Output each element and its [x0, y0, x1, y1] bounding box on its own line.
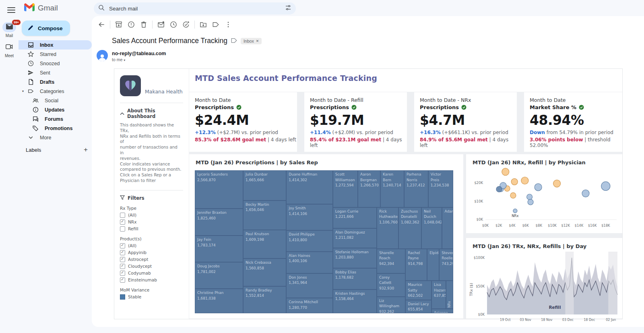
treemap-cell-julia-dunbar[interactable]: Julia Dunbar1,665,666	[243, 170, 286, 201]
checkbox-icon[interactable]	[120, 226, 125, 232]
filter-checkbox-all[interactable]: (All)	[120, 213, 183, 218]
search-icon[interactable]	[98, 4, 105, 13]
checkbox-icon[interactable]	[120, 271, 125, 276]
treemap-cell-alan-dominguez[interactable]: Alan Dominguez1,211,082	[333, 228, 377, 248]
back-icon[interactable]	[97, 21, 105, 29]
rail-item-meet[interactable]: Meet	[0, 42, 19, 58]
scatter-point-nrx[interactable]	[527, 194, 533, 200]
sidebar-item-categories[interactable]: ▾Categories	[19, 87, 92, 96]
treemap-cell-kristen-hastings[interactable]: Kristen Hastings1,158,464	[333, 290, 377, 313]
treemap-cell-alan-haines[interactable]: Alan Haines1,400,106	[286, 252, 333, 273]
gmail-logo[interactable]: Gmail	[24, 3, 58, 13]
treemap-cell-steven-roelle[interactable]: Steven Roelle743,298	[439, 249, 453, 281]
treemap-cell-maurice-satty[interactable]: Maurice Satty662,502	[405, 281, 431, 300]
chip-dismiss-icon[interactable]: ✕	[256, 39, 259, 43]
scatter-point-nrx[interactable]	[582, 190, 589, 197]
sidebar-item-updates[interactable]: Updates	[19, 105, 92, 114]
filter-checkbox-refill[interactable]: Refill	[120, 226, 183, 232]
scatter-point-nrx[interactable]	[528, 199, 533, 205]
treemap-cell-rick-huthwaite[interactable]: Rick Huthwaite1,106,760	[377, 207, 398, 249]
checkbox-icon[interactable]	[120, 219, 125, 225]
inbox-chip[interactable]: Inbox ✕	[241, 38, 262, 44]
compose-button[interactable]: Compose	[22, 21, 70, 36]
search-input[interactable]: Search mail	[109, 6, 281, 12]
checkbox-icon[interactable]	[120, 257, 125, 262]
search-bar[interactable]: Search mail	[94, 2, 296, 14]
tune-icon[interactable]	[285, 4, 292, 13]
treemap-cell-liz-willingham[interactable]: Liz Willingham932,262	[377, 297, 405, 313]
move-to-icon[interactable]	[199, 21, 207, 29]
scatter-point-refill[interactable]	[521, 177, 528, 184]
treemap-cell-corey-catlett[interactable]: Corey Catlett932,930	[377, 273, 405, 297]
scatter-point-refill[interactable]	[510, 192, 516, 198]
treemap-cell-neil-ducich[interactable]: Neil Ducich1,048,042	[421, 207, 442, 249]
treemap-cell-nrx[interactable]: NRx	[446, 281, 453, 309]
filter-checkbox-appyinib[interactable]: Appyinib	[120, 250, 183, 255]
checkbox-icon[interactable]	[120, 250, 125, 255]
labels-icon[interactable]	[212, 21, 220, 29]
filter-checkbox-all[interactable]: (All)	[120, 243, 183, 248]
sidebar-item-drafts[interactable]: Drafts	[19, 77, 92, 87]
scatter-point-nrx[interactable]	[513, 209, 517, 213]
hamburger-menu-icon[interactable]	[5, 4, 18, 16]
filter-checkbox-cloudycept[interactable]: Cloudycept	[120, 264, 183, 269]
about-section-toggle[interactable]: About This Dashboard	[120, 108, 183, 119]
filter-checkbox-astrocept[interactable]: Astrocept	[120, 257, 183, 262]
expander-arrow-icon[interactable]: ▾	[22, 89, 24, 93]
treemap-cell-bobby-elias[interactable]: Bobby Elias1,178,682	[333, 268, 377, 290]
archive-icon[interactable]	[115, 21, 123, 29]
more-icon[interactable]	[224, 21, 232, 29]
mark-unread-icon[interactable]	[157, 21, 165, 29]
scatter-point-nrx-overlap[interactable]	[496, 186, 502, 192]
sidebar-item-inbox[interactable]: Inbox	[19, 40, 92, 50]
scatter-point-refill[interactable]	[553, 180, 561, 187]
filter-checkbox-codyumab[interactable]: Codyumab	[120, 271, 183, 276]
treemap-cell-logan-currie[interactable]: Logan Currie1,221,666	[333, 207, 377, 228]
treemap-cell-jay-fein[interactable]: Jay Fein1,783,174	[195, 236, 243, 262]
treemap-cell-karen-bern[interactable]: Karen Bern1,240,714	[380, 170, 404, 207]
treemap-cell-doug-jacobs[interactable]: Doug Jacobs1,781,002	[195, 262, 243, 289]
treemap-cell-rachel-payne[interactable]: Rachel Payne914,798	[405, 249, 427, 281]
sidebar-item-starred[interactable]: Starred	[19, 50, 92, 59]
treemap-cell-christine-phan[interactable]: Christine Phan1,681,038	[195, 289, 243, 313]
checkbox-icon[interactable]	[120, 243, 125, 248]
snooze-icon[interactable]	[169, 21, 178, 29]
treemap-cell-daniel-lacy[interactable]: Daniel Lacy655,854	[405, 300, 431, 313]
treemap-cell-paul-knutson[interactable]: Paul Knutson1,609,198	[243, 230, 286, 259]
add-to-tasks-icon[interactable]	[182, 21, 190, 29]
sidebar-item-forums[interactable]: Forums	[19, 114, 92, 124]
treemap-cell-aaron-bergman[interactable]: Aaron Bergman1,266,570	[358, 170, 380, 207]
delete-icon[interactable]	[140, 21, 148, 29]
treemap-cell-joy-smith[interactable]: Joy Smith1,414,106	[286, 204, 333, 230]
report-spam-icon[interactable]	[127, 21, 135, 29]
scatter-point-nrx[interactable]	[535, 184, 542, 191]
scatter-point-nrx[interactable]	[601, 182, 610, 190]
treemap-cell-scott-williamson[interactable]: Scott Williamson1,272,594	[333, 170, 358, 207]
treemap-cell-don-jones[interactable]: Don Jones1,341,964	[286, 273, 333, 298]
sidebar-item-sent[interactable]: Sent	[19, 68, 92, 77]
scatter-point-refill[interactable]	[511, 178, 518, 185]
treemap-cell-david-philippe[interactable]: David Philippe1,410,800	[286, 230, 333, 252]
treemap-cell-lycoris-saunders[interactable]: Lycoris Saunders2,566,870	[195, 170, 243, 209]
filter-checkbox-nrx[interactable]: NRx	[120, 219, 183, 225]
sidebar-item-promotions[interactable]: Promotions	[19, 124, 92, 133]
checkbox-icon[interactable]	[120, 264, 125, 269]
treemap-cell-parhena-norris[interactable]: Parhena Norris1,237,412	[404, 170, 428, 207]
treemap-cell-duane-huffman[interactable]: Duane Huffman1,414,302	[286, 170, 333, 204]
treemap-cell-stefanie-holloman[interactable]: Stefanie Holloman1,203,880	[333, 248, 377, 268]
treemap-cell-nick-crebassa[interactable]: Nick Crebassa1,560,858	[243, 259, 286, 286]
treemap-cell-randy-bradley[interactable]: Randy Bradley1,552,814	[243, 286, 286, 313]
treemap-cell-becky-martin[interactable]: Becky Martin1,656,046	[243, 201, 286, 230]
create-label-button[interactable]: +	[84, 146, 90, 154]
treemap-cell-sharelle-roach[interactable]: Sharelle Roach942,394	[377, 249, 405, 273]
treemap-cell-adam[interactable]: Adam	[442, 207, 453, 249]
filter-checkbox-einsteinumab[interactable]: Einsteinumab	[120, 277, 183, 283]
sidebar-item-snoozed[interactable]: Snoozed	[19, 59, 92, 68]
checkbox-icon[interactable]	[120, 277, 125, 283]
treemap-cell-jennifer-braxton[interactable]: Jennifer Braxton1,825,460	[195, 209, 243, 236]
scatter-point-refill[interactable]	[502, 168, 509, 176]
treemap-cell-victor-preis[interactable]: Victor Preis1,234,538	[428, 170, 453, 207]
recipient-dropdown[interactable]: to me ▾	[112, 57, 125, 62]
checkbox-icon[interactable]	[120, 213, 125, 218]
treemap-cell-elpida[interactable]: Elpida	[427, 249, 439, 281]
